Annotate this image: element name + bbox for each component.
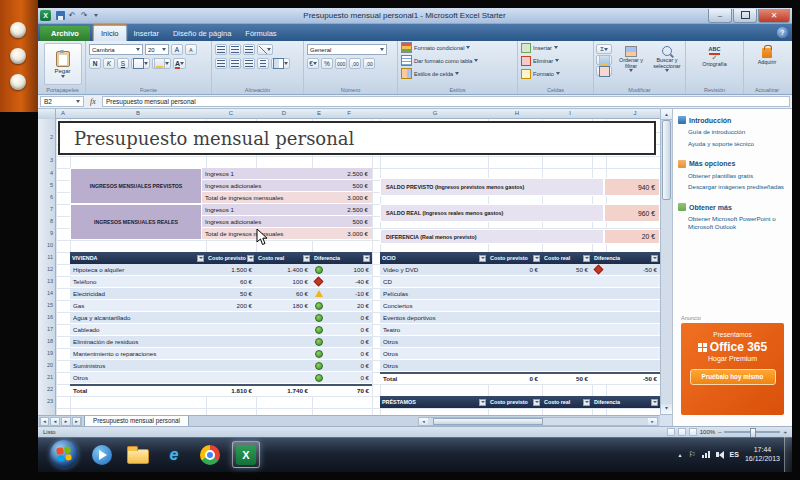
redo-button[interactable]: ↷	[78, 10, 90, 22]
merge-center-button[interactable]	[271, 58, 290, 69]
filter-button[interactable]	[533, 399, 540, 406]
maximize-button[interactable]	[733, 9, 757, 23]
zoom-out-button[interactable]: –	[718, 429, 721, 435]
start-button[interactable]	[50, 440, 78, 468]
orientation-button[interactable]	[257, 44, 273, 55]
next-sheet-icon[interactable]: ►	[61, 417, 71, 426]
decrease-decimal-button[interactable]: ,00	[363, 58, 375, 69]
close-button[interactable]: ✕	[758, 9, 790, 23]
scroll-up-icon[interactable]: ▲	[661, 109, 672, 120]
column-header-B[interactable]: B	[128, 109, 148, 118]
zoom-slider[interactable]	[724, 431, 780, 433]
device-button-3[interactable]	[10, 74, 26, 90]
row-header-13[interactable]: 13	[39, 278, 53, 284]
row-header-15[interactable]: 15	[39, 302, 53, 308]
scroll-left-icon[interactable]: ◄	[419, 418, 428, 425]
font-color-button[interactable]: A	[173, 58, 186, 69]
save-button[interactable]	[54, 10, 66, 22]
show-desktop-button[interactable]	[784, 437, 792, 472]
taskbar-icon-chrome[interactable]	[196, 441, 224, 468]
number-format-combo[interactable]: General	[307, 44, 387, 55]
network-icon[interactable]	[702, 451, 710, 458]
insert-function-icon[interactable]: fx	[87, 97, 99, 106]
autosum-button[interactable]: Σ	[596, 44, 612, 54]
try-now-button[interactable]: Pruébalo hoy mismo	[690, 369, 776, 385]
sheet-grid[interactable]: 234567891011121314151617181920212223 Pre…	[38, 119, 660, 415]
row-header-12[interactable]: 12	[39, 266, 53, 272]
clock[interactable]: 17:44 16/12/2013	[745, 446, 780, 463]
zoom-in-button[interactable]: +	[783, 429, 787, 435]
conditional-formatting-button[interactable]: Formato condicional	[398, 41, 517, 54]
horizontal-scroll-thumb[interactable]	[433, 418, 543, 425]
filter-button[interactable]	[479, 399, 486, 406]
borders-button[interactable]	[131, 58, 150, 69]
italic-button[interactable]: K	[103, 58, 115, 69]
filter-button[interactable]	[247, 255, 254, 262]
first-sheet-icon[interactable]: ◄	[39, 417, 49, 426]
comma-style-button[interactable]: 000	[335, 58, 347, 69]
sheet-title-cell[interactable]: Presupuesto mensual personal	[58, 121, 656, 155]
column-header-I[interactable]: I	[560, 109, 580, 118]
purchase-button[interactable]: Adquirir	[747, 46, 787, 86]
filter-button[interactable]	[583, 255, 590, 262]
language-indicator[interactable]: ES	[730, 451, 739, 458]
paste-button[interactable]: Pegar	[44, 43, 82, 85]
vertical-scrollbar[interactable]: ▲ ▲	[660, 109, 672, 415]
undo-button[interactable]: ↶	[66, 10, 78, 22]
row-header-6[interactable]: 6	[39, 194, 53, 200]
row-header-14[interactable]: 14	[39, 290, 53, 296]
column-header-H[interactable]: H	[507, 109, 527, 118]
taskpane-link[interactable]: Guía de introducción	[673, 126, 792, 138]
filter-button[interactable]	[303, 255, 310, 262]
align-center-button[interactable]	[229, 58, 241, 69]
filter-button[interactable]	[583, 399, 590, 406]
row-header-2[interactable]: 2	[39, 134, 53, 140]
column-header-J[interactable]: J	[625, 109, 645, 118]
action-center-icon[interactable]: ⚐	[688, 450, 695, 460]
column-header-C[interactable]: C	[221, 109, 241, 118]
row-header-7[interactable]: 7	[39, 206, 53, 212]
delete-cells-button[interactable]: Eliminar	[518, 54, 593, 67]
formula-input[interactable]: Presupuesto mensual personal	[102, 96, 790, 107]
taskpane-link[interactable]: Obtener plantillas gratis	[673, 170, 792, 182]
font-size-combo[interactable]: 20	[145, 44, 169, 55]
align-middle-button[interactable]	[229, 44, 241, 55]
device-button-1[interactable]	[10, 22, 26, 38]
row-header-19[interactable]: 19	[39, 350, 53, 356]
currency-button[interactable]: €	[307, 58, 319, 69]
filter-button[interactable]	[651, 399, 658, 406]
device-button-2[interactable]	[10, 48, 26, 64]
row-header-23[interactable]: 23	[39, 398, 53, 404]
taskpane-link[interactable]: Ayuda y soporte técnico	[673, 138, 792, 150]
cell-styles-button[interactable]: Estilos de celda	[398, 67, 517, 80]
row-header-3[interactable]: 3	[39, 157, 53, 163]
taskbar-icon-excel[interactable]: X	[232, 441, 260, 468]
bold-button[interactable]: N	[89, 58, 101, 69]
align-bottom-button[interactable]	[243, 44, 255, 55]
qat-dropdown-icon[interactable]	[90, 10, 102, 22]
column-header-G[interactable]: G	[425, 109, 445, 118]
taskbar-icon-explorer[interactable]	[124, 441, 152, 468]
fill-button[interactable]	[596, 55, 612, 65]
align-left-button[interactable]	[215, 58, 227, 69]
row-header-11[interactable]: 11	[39, 254, 53, 260]
filter-button[interactable]	[197, 255, 204, 262]
filter-button[interactable]	[479, 255, 486, 262]
row-header-9[interactable]: 9	[39, 230, 53, 236]
row-header-5[interactable]: 5	[39, 182, 53, 188]
taskpane-link[interactable]: Obtener Microsoft PowerPoint o Microsoft…	[673, 213, 792, 233]
normal-view-button[interactable]	[667, 428, 675, 436]
tab-inicio[interactable]: Inicio	[93, 25, 127, 41]
row-header-10[interactable]: 10	[39, 242, 53, 248]
align-top-button[interactable]	[215, 44, 227, 55]
increase-decimal-button[interactable]: ,00	[349, 58, 361, 69]
row-header-18[interactable]: 18	[39, 338, 53, 344]
fill-color-button[interactable]	[152, 58, 171, 69]
scroll-right-icon[interactable]: ►	[648, 418, 657, 425]
vertical-scroll-thumb[interactable]	[662, 120, 671, 200]
row-header-21[interactable]: 21	[39, 374, 53, 380]
find-select-button[interactable]: Buscar y seleccionar	[649, 44, 685, 84]
grow-font-button[interactable]: A	[171, 44, 183, 55]
taskbar-icon-internet-explorer[interactable]: e	[160, 441, 188, 468]
column-header-F[interactable]: F	[339, 109, 359, 118]
